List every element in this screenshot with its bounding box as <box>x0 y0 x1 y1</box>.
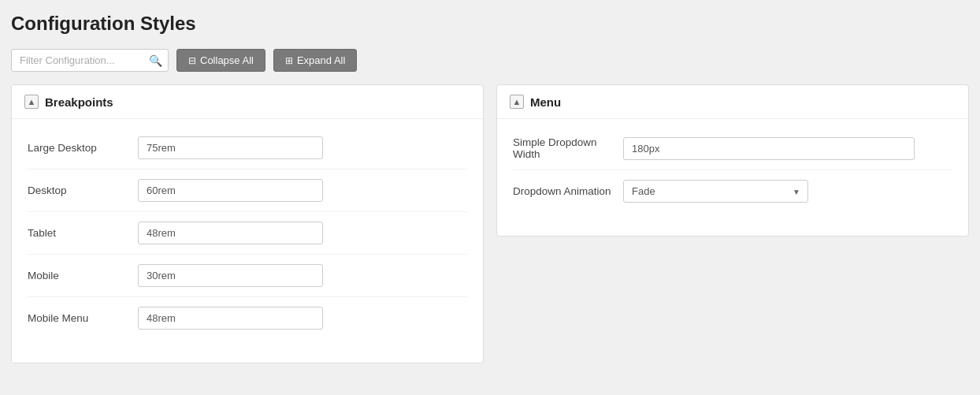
menu-panel-header: ▲ Menu <box>497 85 968 119</box>
field-label: Simple Dropdown Width <box>513 136 623 160</box>
menu-panel-body: Simple Dropdown Width Dropdown Animation… <box>497 119 968 220</box>
field-input[interactable] <box>138 222 323 244</box>
expand-all-icon: ⊞ <box>285 55 293 66</box>
page-title: Configuration Styles <box>11 13 969 35</box>
field-input[interactable] <box>138 264 323 287</box>
field-label: Desktop <box>28 184 138 196</box>
select-wrap: FadeSlideNone <box>623 180 808 203</box>
field-input[interactable] <box>138 136 323 159</box>
field-input[interactable] <box>138 307 323 330</box>
collapse-all-label: Collapse All <box>200 54 254 66</box>
field-label: Large Desktop <box>28 142 138 154</box>
collapse-all-icon: ⊟ <box>188 55 196 66</box>
field-input[interactable] <box>138 179 323 202</box>
field-label: Tablet <box>28 227 138 239</box>
menu-panel-title: Menu <box>530 95 561 109</box>
panels-container: ▲ Breakpoints Large Desktop Desktop Tabl… <box>11 84 969 363</box>
breakpoints-panel-header: ▲ Breakpoints <box>12 85 483 119</box>
table-row: Large Desktop <box>28 127 467 170</box>
filter-wrap: 🔍 <box>11 49 169 72</box>
breakpoints-collapse-icon[interactable]: ▲ <box>24 95 39 109</box>
field-label: Dropdown Animation <box>513 185 623 197</box>
breakpoints-panel-body: Large Desktop Desktop Tablet Mobile Mobi… <box>12 119 483 347</box>
dropdown-animation-select[interactable]: FadeSlideNone <box>623 180 808 203</box>
table-row: Simple Dropdown Width <box>513 127 952 170</box>
table-row: Mobile Menu <box>28 297 467 339</box>
menu-collapse-icon[interactable]: ▲ <box>510 95 524 109</box>
filter-input[interactable] <box>11 49 169 72</box>
field-input[interactable] <box>623 137 915 160</box>
breakpoints-panel-title: Breakpoints <box>45 95 113 109</box>
table-row: Mobile <box>28 255 467 297</box>
table-row: Tablet <box>28 212 467 255</box>
toolbar: 🔍 ⊟ Collapse All ⊞ Expand All <box>11 49 969 72</box>
breakpoints-panel: ▲ Breakpoints Large Desktop Desktop Tabl… <box>11 84 484 363</box>
collapse-all-button[interactable]: ⊟ Collapse All <box>176 49 265 72</box>
field-label: Mobile <box>28 270 138 281</box>
menu-panel: ▲ Menu Simple Dropdown Width Dropdown An… <box>496 84 969 237</box>
table-row: Desktop <box>28 170 467 212</box>
table-row: Dropdown Animation FadeSlideNone <box>513 170 952 212</box>
expand-all-label: Expand All <box>297 54 345 66</box>
expand-all-button[interactable]: ⊞ Expand All <box>273 49 357 72</box>
field-label: Mobile Menu <box>28 312 138 324</box>
